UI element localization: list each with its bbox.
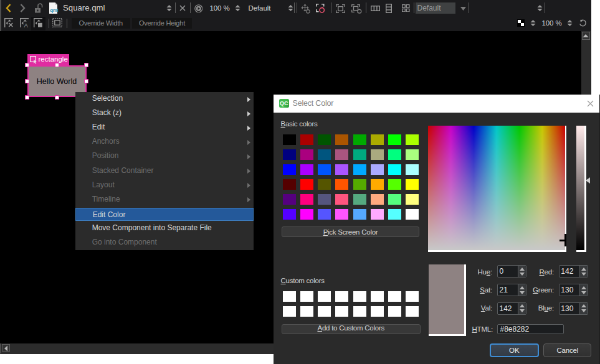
svg-text:qml: qml: [50, 7, 58, 13]
svg-text:A: A: [24, 22, 29, 27]
